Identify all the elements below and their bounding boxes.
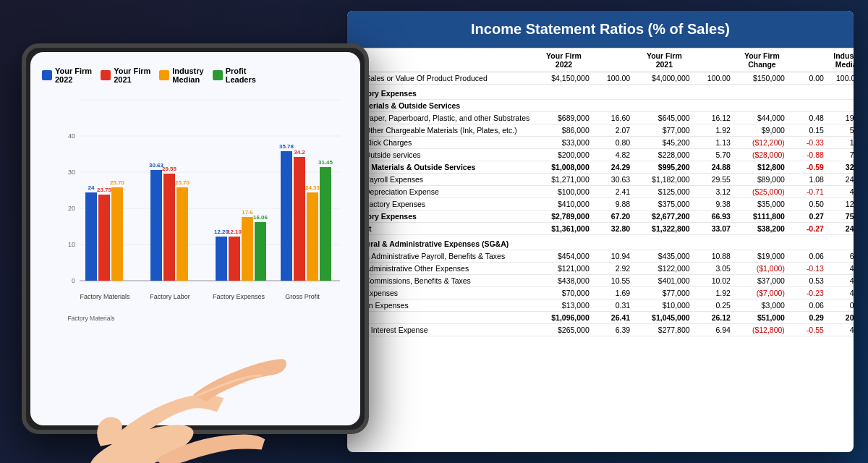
row-pct2022: 67.20 [594,211,634,223]
bar-gross-profit-2021 [294,157,305,281]
table-row: Depreciation Expense $100,000 2.41 $125,… [347,186,854,198]
bar-factory-labor-2022 [150,170,162,281]
row-firm2022: $4,150,000 [534,72,594,85]
legend-color-firm2021 [101,70,111,80]
row-median: 32.26 [828,161,854,174]
row-firm2021: $375,000 [634,198,694,211]
bar-factory-materials-2021 [98,195,110,281]
row-pct-change: -0.23 [789,287,828,300]
svg-text:23.75: 23.75 [97,187,112,193]
row-firm2021: $1,182,000 [634,174,694,186]
row-label: Expenses [347,287,534,300]
row-firm2021: $277,800 [634,324,694,336]
document-scroll-area[interactable]: Your Firm2022 Your Firm2021 Your FirmCha… [347,48,854,451]
row-pct2022: 2.07 [594,124,634,137]
row-firm2022: $2,789,000 [534,211,594,223]
svg-text:17.6: 17.6 [242,209,253,216]
row-median: 4.03 [828,186,854,198]
row-pct2021: 16.12 [694,112,735,124]
svg-text:35.78: 35.78 [279,143,294,150]
row-label: Depreciation Expense [347,186,534,198]
svg-text:20: 20 [68,205,75,212]
row-firm2021: $125,000 [634,186,694,198]
row-firm2021: $45,200 [634,137,694,149]
row-firm2021: $10,000 [634,300,694,312]
row-label: Profit [347,223,534,235]
row-pct2022: 30.63 [594,174,634,186]
row-pct2022: 9.88 [594,198,634,211]
row-label: Paper, Paperboard, Plastic, and other Su… [347,112,534,124]
row-pct2021: 29.55 [694,174,735,186]
table-row: Administrative Other Expenses $121,000 2… [347,263,854,275]
row-firm2022: $1,008,000 [534,161,594,174]
table-row: General & Administrative Expenses (SG&A) [347,235,854,250]
col-header-median: IndustryMedian [828,48,854,72]
row-median: 24.60 [828,174,854,186]
row-firm2021: $1,045,000 [634,312,694,324]
row-pct2021: 26.12 [694,312,735,324]
bar-chart-svg: 0 10 20 30 40 24 23.75 [42,93,349,339]
row-pct2022: 2.41 [594,186,634,198]
row-pct2022: 10.55 [594,275,634,287]
bar-gross-profit-median [307,192,318,281]
row-pct2021: 66.93 [694,211,735,223]
row-firm2022: $200,000 [534,149,594,161]
row-label: & Administrative Payroll, Benefits & Tax… [347,250,534,263]
table-row: Paper, Paperboard, Plastic, and other Su… [347,112,854,124]
row-firm2022: $410,000 [534,198,594,211]
tablet-screen: Your Firm2022 Your Firm2021 IndustryMedi… [30,52,360,425]
svg-text:30: 30 [68,169,75,176]
chart-area: Your Firm2022 Your Firm2021 IndustryMedi… [30,52,360,425]
table-row: Expenses $70,000 1.69 $77,000 1.92 ($7,0… [347,287,854,300]
row-firm2021: $4,000,000 [634,72,694,85]
row-pct2021: 10.88 [694,250,735,263]
row-firm2021: $122,000 [634,263,694,275]
bar-factory-labor-median [176,187,188,281]
row-pct2022: 24.29 [594,161,634,174]
row-pct2021: 10.02 [694,275,735,287]
row-change: $37,000 [735,275,789,287]
tablet-button [22,224,25,253]
col-header-firm2022-pct [594,48,634,72]
bar-factory-expenses-2022 [216,237,227,281]
row-median: 100.00 * [828,72,854,85]
table-row: & Administrative Payroll, Benefits & Tax… [347,250,854,263]
svg-text:0: 0 [72,277,75,284]
col-header-firm2022: Your Firm2022 [534,48,594,72]
table-row: es $1,096,000 26.41 $1,045,000 26.12 $51… [347,312,854,324]
row-median: 0.00 [828,300,854,312]
row-change: ($25,000) [735,186,789,198]
svg-text:Factory Labor: Factory Labor [150,293,190,300]
bar-factory-expenses-2021 [229,237,240,281]
row-firm2021: $401,000 [634,275,694,287]
table-row: Materials & Outside Services [347,100,854,112]
table-body: Net Sales or Value Of Product Produced $… [347,72,854,336]
row-median: 7.45 [828,149,854,161]
row-label: Total Materials & Outside Services [347,161,534,174]
row-firm2022: $33,000 [534,137,594,149]
tablet-frame: Your Firm2022 Your Firm2021 IndustryMedi… [22,43,369,434]
legend-label-firm2021: Your Firm2021 [114,67,150,84]
bar-factory-labor-2021 [163,174,175,281]
table-row: Click Charges $33,000 0.80 $45,200 1.13 … [347,137,854,149]
row-pct-change: -0.59 [789,161,828,174]
row-pct-change: -0.27 [789,223,828,235]
row-pct2021: 33.07 [694,223,735,235]
row-pct2021: 5.70 [694,149,735,161]
row-label: on Expenses [347,300,534,312]
row-pct2022: 26.41 [594,312,634,324]
row-change: $111,800 [735,211,789,223]
legend-label-firm2022: Your Firm2022 [55,67,92,84]
row-median: 75.65 [828,211,854,223]
row-firm2021: $435,000 [634,250,694,263]
row-pct-change: -0.13 [789,263,828,275]
tablet-device: Your Firm2022 Your Firm2021 IndustryMedi… [22,43,369,434]
row-firm2021: $77,000 [634,287,694,300]
table-row: Commissions, Benefits & Taxes $438,000 1… [347,275,854,287]
row-pct-change: 0.29 [789,312,828,324]
svg-text:12.10: 12.10 [227,229,242,235]
row-pct2021: 9.38 [694,198,735,211]
row-label: Other Chargeable Materials (Ink, Plates,… [347,124,534,137]
row-median: 19.46 [828,112,854,124]
legend-firm2022: Your Firm2022 [42,67,92,84]
